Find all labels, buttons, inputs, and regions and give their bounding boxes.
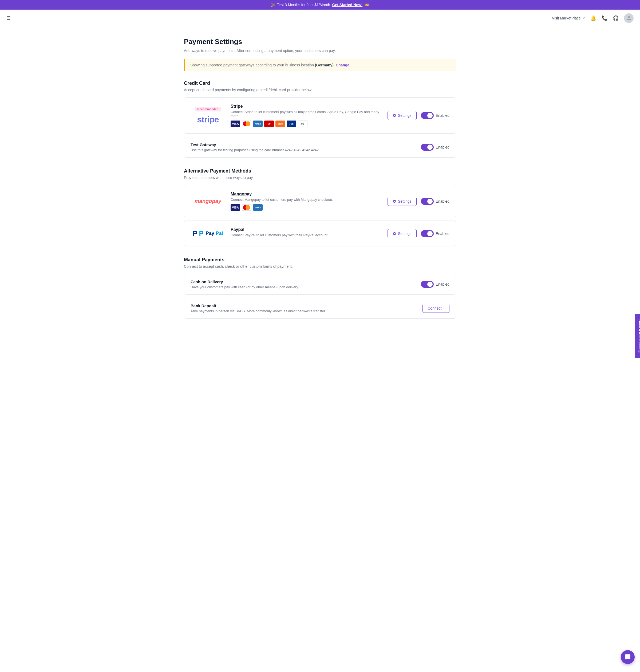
test-gateway-toggle-wrap: Enabled: [421, 144, 449, 151]
credit-card-section-subtitle: Accept credit card payments by configuri…: [184, 88, 456, 92]
stripe-name: Stripe: [231, 104, 382, 109]
discover-icon: DISC: [275, 121, 285, 127]
stripe-card-icons: VISA AMEX UP DISC JCB DC: [231, 121, 382, 127]
banner-cta[interactable]: Get Started Now!: [332, 3, 363, 7]
stripe-toggle[interactable]: [421, 112, 434, 119]
mangopay-name: Mangopay: [231, 192, 382, 196]
test-gateway-info: Test Gateway Use this gateway for testin…: [191, 143, 421, 152]
alt-payments-title: Alternative Payment Methods: [184, 168, 456, 174]
test-gateway-desc: Use this gateway for testing purposes us…: [191, 148, 421, 152]
jcb-icon: JCB: [287, 121, 296, 127]
cod-toggle[interactable]: [421, 281, 434, 288]
stripe-actions: Settings Enabled: [388, 111, 449, 120]
paypal-enabled-label: Enabled: [436, 232, 449, 236]
diners-icon: DC: [298, 121, 307, 127]
credit-card-section-title: Credit Card: [184, 80, 456, 86]
paypal-toggle[interactable]: [421, 230, 434, 237]
recommended-badge: Recommended: [195, 107, 221, 111]
visit-marketplace-label: Visit MarketPlace: [552, 16, 581, 20]
bank-deposit-card: Bank Deposit Take payments in person via…: [184, 298, 456, 319]
paypal-logo-area: P P PayPal: [191, 229, 225, 238]
stripe-info: Stripe Connect Stripe to let customers p…: [231, 104, 382, 127]
amex-icon: AMEX: [253, 121, 263, 127]
unionpay-icon: UP: [264, 121, 274, 127]
stripe-logo-area: Recommended stripe: [191, 107, 225, 124]
alt-payments-subtitle: Provide customers with more ways to pay.: [184, 176, 456, 180]
info-banner-location: (Germany): [315, 63, 334, 67]
bank-deposit-connect-button[interactable]: Connect ›: [422, 304, 449, 313]
connect-label: Connect: [427, 306, 441, 310]
banner-text: 🎉 First 3 Months for Just $1/Month: [271, 3, 330, 7]
header-left: ☰: [6, 15, 11, 21]
banner-emoji: 🎫: [365, 3, 369, 7]
credit-card-section: Credit Card Accept credit card payments …: [184, 80, 456, 158]
header-right: Visit MarketPlace ↗ 🔔 📞 🎧: [552, 13, 634, 23]
bell-icon[interactable]: 🔔: [590, 15, 596, 21]
manual-payments-section: Manual Payments Connect to accept cash, …: [184, 257, 456, 319]
test-gateway-toggle[interactable]: [421, 144, 434, 151]
mangopay-desc: Connect Mangopay to let customers pay wi…: [231, 198, 382, 201]
main-content: Payment Settings Add ways to receive pay…: [176, 27, 464, 340]
cod-enabled-label: Enabled: [436, 282, 449, 286]
mangopay-card: mangopay Mangopay Connect Mangopay to le…: [184, 185, 456, 217]
test-gateway-card: Test Gateway Use this gateway for testin…: [184, 137, 456, 158]
avatar[interactable]: [624, 13, 634, 23]
paypal-actions: Settings Enabled: [388, 229, 449, 238]
paypal-name: Paypal: [231, 227, 382, 232]
stripe-toggle-wrap: Enabled: [421, 112, 449, 119]
mangopay-amex-icon: AMEX: [253, 204, 263, 211]
location-info-banner: Showing supported payment gateways accor…: [184, 59, 456, 71]
mangopay-enabled-label: Enabled: [436, 199, 449, 204]
paypal-toggle-wrap: Enabled: [421, 230, 449, 237]
mangopay-logo-area: mangopay: [191, 198, 225, 204]
page-subtitle: Add ways to receive payments. After conn…: [184, 48, 456, 53]
cod-toggle-wrap: Enabled: [421, 281, 449, 288]
mangopay-toggle-wrap: Enabled: [421, 198, 449, 205]
mangopay-toggle[interactable]: [421, 198, 434, 205]
paypal-settings-button[interactable]: Settings: [388, 229, 417, 238]
cod-card: Cash on Delivery Have your customers pay…: [184, 274, 456, 295]
bank-deposit-desc: Take payments in person via BACS. More c…: [191, 309, 422, 313]
mastercard-icon: [242, 121, 251, 127]
stripe-enabled-label: Enabled: [436, 113, 449, 118]
paypal-logo: P P PayPal: [193, 229, 223, 238]
paypal-settings-label: Settings: [398, 232, 411, 236]
test-gateway-enabled-label: Enabled: [436, 145, 449, 149]
bank-deposit-info: Bank Deposit Take payments in person via…: [191, 303, 422, 313]
mangopay-settings-label: Settings: [398, 199, 411, 204]
mangopay-settings-button[interactable]: Settings: [388, 197, 417, 206]
paypal-card: P P PayPal Paypal Connect PayPal to let …: [184, 221, 456, 247]
stripe-settings-label: Settings: [398, 113, 411, 118]
cod-info: Cash on Delivery Have your customers pay…: [191, 280, 421, 289]
test-gateway-name: Test Gateway: [191, 143, 421, 147]
stripe-logo: stripe: [197, 115, 219, 124]
mangopay-mc-icon: [242, 204, 251, 211]
headset-icon[interactable]: 🎧: [613, 15, 619, 21]
hamburger-menu-icon[interactable]: ☰: [6, 15, 11, 21]
stripe-settings-button[interactable]: Settings: [388, 111, 417, 120]
manual-payments-title: Manual Payments: [184, 257, 456, 263]
manual-payments-subtitle: Connect to accept cash, check or other c…: [184, 264, 456, 269]
header: ☰ Visit MarketPlace ↗ 🔔 📞 🎧: [0, 10, 640, 27]
stripe-desc: Connect Stripe to let customers pay with…: [231, 110, 382, 118]
page-title: Payment Settings: [184, 38, 456, 46]
info-banner-text: Showing supported payment gateways accor…: [190, 63, 315, 67]
mangopay-logo: mangopay: [194, 198, 221, 204]
bank-deposit-name: Bank Deposit: [191, 303, 422, 308]
alternative-payments-section: Alternative Payment Methods Provide cust…: [184, 168, 456, 247]
mangopay-actions: Settings Enabled: [388, 197, 449, 206]
connect-arrow-icon: ›: [443, 306, 445, 310]
visa-icon: VISA: [231, 121, 240, 127]
mangopay-visa-icon: VISA: [231, 204, 240, 211]
paypal-info: Paypal Connect PayPal to let customers p…: [231, 227, 382, 240]
mangopay-info: Mangopay Connect Mangopay to let custome…: [231, 192, 382, 211]
book-meeting-button[interactable]: Book a free meeting: [635, 314, 640, 340]
mangopay-card-icons: VISA AMEX: [231, 204, 382, 211]
paypal-desc: Connect PayPal to let customers pay with…: [231, 233, 382, 237]
visit-marketplace-button[interactable]: Visit MarketPlace ↗: [552, 16, 585, 20]
cod-desc: Have your customers pay with cash (or by…: [191, 285, 421, 289]
change-location-link[interactable]: Change: [336, 63, 349, 67]
promo-banner: 🎉 First 3 Months for Just $1/Month Get S…: [0, 0, 640, 10]
phone-icon[interactable]: 📞: [601, 15, 608, 21]
external-link-icon: ↗: [582, 16, 585, 20]
